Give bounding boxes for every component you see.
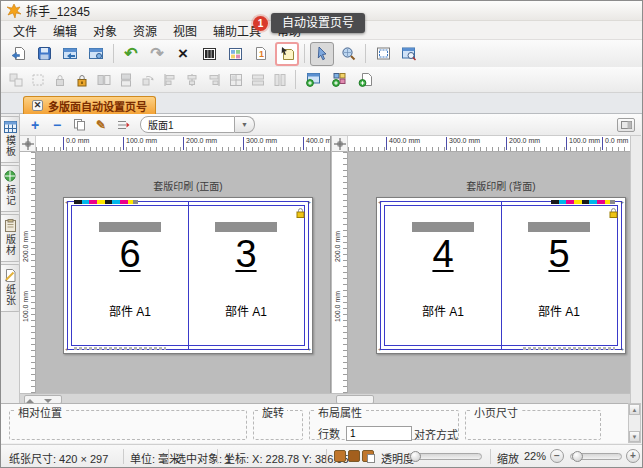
lock-colored-button[interactable]	[71, 69, 93, 91]
scroll-down-icon[interactable]: ▼	[629, 431, 640, 442]
page-number: 4	[385, 232, 501, 276]
side-tab-label: 版材	[3, 234, 18, 256]
pan-zoom-button[interactable]	[336, 42, 360, 66]
tab-close-icon[interactable]: ✕	[32, 100, 43, 111]
page-number-button[interactable]: 1	[249, 42, 273, 66]
ungroup-button[interactable]	[27, 69, 49, 91]
splitter-up-icon[interactable]	[26, 399, 34, 403]
page-part-label: 部件 A1	[72, 302, 188, 319]
fit-view-button[interactable]	[371, 42, 395, 66]
undo-button[interactable]: ↶	[119, 42, 143, 66]
slug-line	[523, 347, 615, 350]
rotate-button[interactable]	[137, 69, 159, 91]
columns-2-button[interactable]	[269, 69, 291, 91]
zoom-slider-knob[interactable]	[572, 451, 583, 462]
scroll-up-icon[interactable]: ▲	[629, 404, 640, 415]
pan-zoom-icon	[341, 46, 356, 61]
ruler-label: 0.0 mm	[602, 137, 628, 150]
auto-page-number-button[interactable]	[275, 42, 299, 66]
menu-edit[interactable]: 编辑	[45, 20, 85, 41]
rows-button[interactable]	[247, 69, 269, 91]
opacity-swatch-page-icon[interactable]	[362, 450, 374, 462]
add-layout-button[interactable]	[301, 68, 325, 92]
front-view[interactable]: 套版印刷 (正面) + + + + 6 部件 A	[36, 152, 330, 393]
page-grid-button[interactable]	[223, 42, 247, 66]
new-document-icon	[11, 46, 26, 61]
lock-button[interactable]	[49, 69, 71, 91]
remove-layout-item-button[interactable]: −	[48, 116, 66, 134]
mirror-vertical-button[interactable]	[115, 69, 137, 91]
select-cursor-button[interactable]	[310, 42, 334, 66]
save-button[interactable]	[32, 42, 56, 66]
group-button[interactable]	[5, 69, 27, 91]
splitter-down-icon[interactable]	[44, 399, 52, 403]
layout-combo-value[interactable]: 版面1	[140, 116, 235, 133]
layout-selector[interactable]: 版面1 ▼	[140, 116, 255, 133]
export-layout-icon	[88, 46, 104, 61]
rows-icon	[251, 73, 265, 87]
import-layout-button[interactable]	[58, 42, 82, 66]
edit-pencil-icon: ✎	[96, 119, 106, 131]
rows-input[interactable]	[346, 426, 412, 441]
zoom-slider[interactable]	[570, 453, 622, 460]
menu-file[interactable]: 文件	[5, 20, 45, 41]
export-layout-button[interactable]	[84, 42, 108, 66]
preview-button[interactable]	[397, 42, 421, 66]
opacity-slider-knob[interactable]	[410, 451, 421, 462]
zoom-in-button[interactable]: +	[626, 449, 640, 463]
page-slot[interactable]: 5 部件 A1	[501, 206, 617, 345]
ruler-origin-crosshair-icon[interactable]	[20, 136, 36, 152]
zoom-label: 缩放	[497, 450, 519, 466]
page-slot[interactable]: 4 部件 A1	[385, 206, 501, 345]
ruler-label: 200.0 mm	[334, 231, 341, 262]
page-slot[interactable]: 6 部件 A1	[72, 206, 188, 345]
sheet-back[interactable]: + + + + 4 部件 A1 5 部件 A1	[376, 197, 626, 354]
side-tab-paper[interactable]: 纸张	[1, 264, 20, 312]
add-blocks-button[interactable]	[327, 68, 351, 92]
align-right-icon	[207, 73, 221, 87]
zoom-out-button[interactable]: −	[550, 449, 564, 463]
plus-icon: +	[31, 118, 39, 132]
opacity-slider[interactable]	[408, 453, 482, 460]
align-right-button[interactable]	[203, 69, 225, 91]
preview-icon	[401, 46, 417, 61]
menu-object[interactable]: 对象	[85, 20, 125, 41]
copy-layout-button[interactable]	[70, 116, 88, 134]
add-layout-item-button[interactable]: +	[26, 116, 44, 134]
color-calibration-bar	[551, 200, 615, 204]
properties-scrollbar[interactable]: ▲ ▼	[628, 403, 641, 443]
delete-button[interactable]: ×	[171, 42, 195, 66]
selected-objects-status: 选中对象: 1	[175, 450, 231, 466]
page-number: 3	[188, 232, 304, 276]
marks-target-icon	[4, 170, 16, 182]
chevron-down-icon[interactable]: ▼	[235, 116, 255, 133]
columns-view-button[interactable]	[197, 42, 221, 66]
page-part-label: 部件 A1	[188, 302, 304, 319]
sheet-front[interactable]: + + + + 6 部件 A1 3 部件 A1	[63, 197, 313, 354]
rotate-icon	[141, 73, 155, 87]
new-document-button[interactable]	[6, 42, 30, 66]
add-page-button[interactable]	[353, 68, 377, 92]
page-slot[interactable]: 3 部件 A1	[188, 206, 304, 345]
menu-resource[interactable]: 资源	[125, 20, 165, 41]
opacity-swatch-icon[interactable]	[334, 450, 346, 462]
ruler-label: 300.0 mm	[243, 137, 277, 150]
side-tab-templates[interactable]: 模板	[1, 116, 20, 163]
redo-button[interactable]: ↷	[145, 42, 169, 66]
mirror-horizontal-button[interactable]	[93, 69, 115, 91]
split-panes-button[interactable]	[225, 69, 247, 91]
vertical-scrollbar[interactable]	[630, 136, 642, 405]
side-tab-marks[interactable]: 标记	[1, 165, 20, 212]
opacity-swatch-icon[interactable]	[348, 450, 360, 462]
copy-icon	[73, 118, 86, 131]
align-left-button[interactable]	[159, 69, 181, 91]
edit-layout-button[interactable]: ✎	[92, 116, 110, 134]
back-view[interactable]: 套版印刷 (背面) + + + + 4 部件 A	[348, 152, 631, 393]
panel-toggle-button[interactable]	[617, 118, 635, 132]
menu-view[interactable]: 视图	[165, 20, 205, 41]
align-center-button[interactable]	[181, 69, 203, 91]
reorder-layout-button[interactable]	[114, 116, 132, 134]
side-tab-plates[interactable]: 版材	[1, 214, 20, 262]
ruler-origin-crosshair-icon[interactable]	[332, 136, 348, 152]
document-tab[interactable]: ✕ 多版面自动设置页号	[23, 96, 156, 114]
